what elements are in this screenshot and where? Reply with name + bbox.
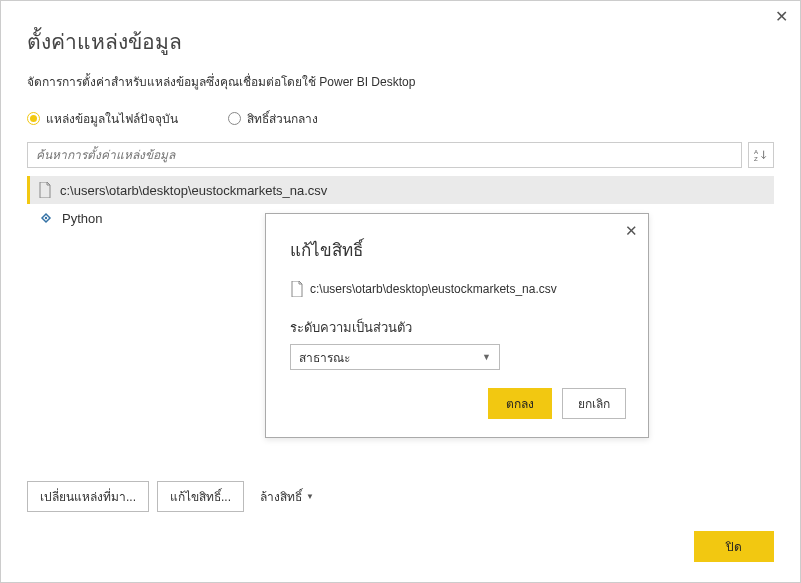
radio-icon — [27, 112, 40, 125]
edit-permissions-button[interactable]: แก้ไขสิทธิ์... — [157, 481, 244, 512]
svg-point-2 — [45, 217, 47, 219]
python-icon — [38, 210, 54, 226]
radio-current-file[interactable]: แหล่งข้อมูลในไฟล์ปัจจุบัน — [27, 109, 178, 128]
file-icon — [290, 281, 304, 297]
inner-button-row: ตกลง ยกเลิก — [488, 388, 626, 419]
dialog-subtitle: จัดการการตั้งค่าสำหรับแหล่งข้อมูลซึ่งคุณ… — [27, 72, 774, 91]
change-source-button[interactable]: เปลี่ยนแหล่งที่มา... — [27, 481, 149, 512]
radio-label: แหล่งข้อมูลในไฟล์ปัจจุบัน — [46, 109, 178, 128]
privacy-level-label: ระดับความเป็นส่วนตัว — [290, 317, 624, 338]
list-item-label: c:\users\otarb\desktop\eustockmarkets_na… — [60, 183, 327, 198]
svg-text:A: A — [754, 148, 759, 155]
search-input[interactable] — [27, 142, 742, 168]
chevron-down-icon: ▼ — [306, 492, 314, 501]
close-icon[interactable]: ✕ — [775, 9, 788, 25]
inner-path-row: c:\users\otarb\desktop\eustockmarkets_na… — [290, 281, 624, 297]
inner-dialog-title: แก้ไขสิทธิ์ — [290, 236, 624, 263]
cancel-button[interactable]: ยกเลิก — [562, 388, 626, 419]
list-item[interactable]: c:\users\otarb\desktop\eustockmarkets_na… — [27, 176, 774, 204]
dialog-title: ตั้งค่าแหล่งข้อมูล — [27, 25, 774, 58]
close-button[interactable]: ปิด — [694, 531, 774, 562]
privacy-level-value: สาธารณะ — [299, 348, 350, 367]
list-item-label: Python — [62, 211, 102, 226]
svg-text:Z: Z — [754, 155, 758, 162]
sort-button[interactable]: A Z — [748, 142, 774, 168]
scope-radio-group: แหล่งข้อมูลในไฟล์ปัจจุบัน สิทธิ์ส่วนกลาง — [27, 109, 774, 128]
ok-button[interactable]: ตกลง — [488, 388, 552, 419]
radio-label: สิทธิ์ส่วนกลาง — [247, 109, 318, 128]
sort-az-icon: A Z — [754, 148, 768, 162]
edit-permissions-dialog: ✕ แก้ไขสิทธิ์ c:\users\otarb\desktop\eus… — [265, 213, 649, 438]
radio-icon — [228, 112, 241, 125]
search-row: A Z — [27, 142, 774, 168]
chevron-down-icon: ▼ — [482, 352, 491, 362]
bottom-button-row: เปลี่ยนแหล่งที่มา... แก้ไขสิทธิ์... ล้าง… — [27, 481, 322, 512]
inner-path-text: c:\users\otarb\desktop\eustockmarkets_na… — [310, 282, 557, 296]
clear-permissions-button[interactable]: ล้างสิทธิ์ ▼ — [252, 482, 322, 511]
file-icon — [38, 182, 52, 198]
clear-permissions-label: ล้างสิทธิ์ — [260, 487, 302, 506]
radio-global-permissions[interactable]: สิทธิ์ส่วนกลาง — [228, 109, 318, 128]
privacy-level-select[interactable]: สาธารณะ ▼ — [290, 344, 500, 370]
close-icon[interactable]: ✕ — [625, 222, 638, 240]
data-source-settings-dialog: ✕ ตั้งค่าแหล่งข้อมูล จัดการการตั้งค่าสำห… — [0, 0, 801, 583]
